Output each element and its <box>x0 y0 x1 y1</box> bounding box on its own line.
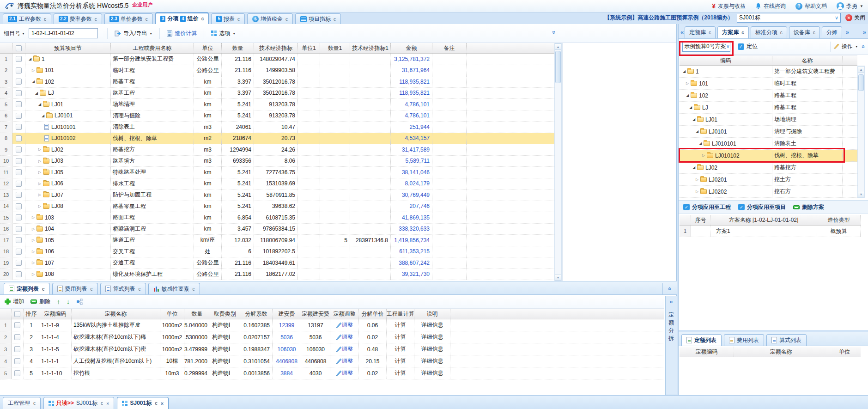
checkbox[interactable] <box>16 158 22 164</box>
expand-arrow-icon[interactable]: ▷ <box>701 153 706 158</box>
close-icon[interactable]: ✕ <box>845 14 852 21</box>
tree-cell[interactable]: ◢LJ0101 <box>680 126 772 137</box>
scheme-select[interactable]: 示例预算0号方案 ∨ <box>682 42 730 52</box>
options-button[interactable]: 选项 ▼ <box>209 28 238 39</box>
tree-cell[interactable]: LJ010102 <box>25 133 111 144</box>
build-install-cost[interactable]: 106030 <box>273 343 301 355</box>
calc-button[interactable]: 计算 <box>387 367 414 379</box>
column-header[interactable]: 技术经济指标 <box>254 43 298 53</box>
adjust-button[interactable]: 调整 <box>330 331 359 343</box>
refresh-icon[interactable]: c <box>741 30 744 35</box>
build-install-cost[interactable]: 4406808 <box>273 355 301 367</box>
expand-arrow-icon[interactable]: ▷ <box>30 227 36 231</box>
expand-left-icon[interactable]: « <box>669 299 673 305</box>
column-header[interactable]: 金额 <box>391 43 432 53</box>
apply-to-item-checkbox[interactable]: ✓ 分项应用至项目 <box>738 203 786 211</box>
expand-arrow-icon[interactable]: ▷ <box>30 68 36 73</box>
table-row[interactable]: ◢LJ02路基挖方 <box>680 162 857 174</box>
column-header[interactable]: 编码 <box>680 56 772 65</box>
refresh-icon[interactable]: c <box>237 17 240 22</box>
checkbox[interactable] <box>16 147 22 153</box>
tree-cell[interactable]: ▷105 <box>25 235 111 246</box>
scroll-down-icon[interactable]: ▼ <box>858 191 864 197</box>
checkbox[interactable] <box>16 79 22 85</box>
checkbox[interactable] <box>16 124 22 130</box>
column-header[interactable]: 单位1 <box>298 43 320 53</box>
tree-cell[interactable]: ▷LJ05 <box>25 167 111 178</box>
tree-cell[interactable]: ▷101 <box>25 65 111 76</box>
checkbox[interactable] <box>16 181 22 187</box>
tree-cell[interactable]: ▷103 <box>25 212 111 223</box>
adjust-button[interactable]: 调整 <box>330 319 359 331</box>
tree-cell[interactable]: ▷LJ03 <box>25 156 111 167</box>
refresh-icon[interactable]: c <box>193 287 195 292</box>
tree-cell[interactable]: ◢LJ02 <box>680 162 772 173</box>
checkbox[interactable] <box>16 113 22 119</box>
tree-cell[interactable]: ▷LJ06 <box>25 178 111 189</box>
close-project-button[interactable]: 关闭 <box>854 14 865 22</box>
taskbar-tab-project-manage[interactable]: 工程管理 c <box>3 397 41 409</box>
tree-cell[interactable]: ▷107 <box>25 257 111 269</box>
delete-button[interactable]: 删除 <box>30 298 50 305</box>
main-tab[interactable]: 3分项4组价c <box>155 12 209 24</box>
collapse-arrow-icon[interactable]: ◢ <box>40 114 46 118</box>
collapse-arrow-icon[interactable]: ◢ <box>691 165 697 170</box>
tree-cell[interactable]: ▷LJ0201 <box>680 174 772 185</box>
refresh-icon[interactable]: c <box>101 401 103 406</box>
refresh-icon[interactable]: c <box>155 401 158 406</box>
tree-cell[interactable]: ▷101 <box>680 78 772 89</box>
expand-arrow-icon[interactable]: ▷ <box>37 182 42 186</box>
table-row[interactable]: ◢LJ0101清理与掘除 <box>680 126 857 138</box>
table-row[interactable]: ◢102路基工程 <box>680 90 857 102</box>
table-row[interactable]: 9▷LJ02路基挖方m3129499424.2631,417,589 <box>0 144 554 156</box>
table-row[interactable]: 10▷LJ03路基填方m36933568.065,589,711 <box>0 156 554 167</box>
library-tab[interactable]: 分摊 <box>822 26 842 38</box>
collapse-up-icon[interactable]: » <box>551 31 556 34</box>
column-header[interactable]: 序号 <box>691 215 710 225</box>
detail-info-button[interactable]: 详细信息 <box>414 343 450 355</box>
move-up-button[interactable]: ↑ <box>57 299 60 305</box>
table-row[interactable]: 11▷LJ05特殊路基处理km5.2417277436.7538,141,046 <box>0 167 554 178</box>
column-header[interactable]: 技术经济指标1 <box>350 43 391 53</box>
main-tab[interactable]: 2.3单价参数c <box>104 13 153 24</box>
main-tab[interactable]: 项目指标c <box>295 13 341 24</box>
table-row[interactable]: ◢LJ01场地清理 <box>680 114 857 126</box>
build-install-cost[interactable]: 12399 <box>273 319 301 331</box>
table-row[interactable]: ◢LJ路基工程 <box>680 102 857 114</box>
adjust-button[interactable]: 调整 <box>330 367 359 379</box>
collapse-down-icon[interactable]: » <box>860 45 865 48</box>
table-row[interactable]: ◢1第一部分建筑安装工程费 <box>680 66 857 78</box>
checkbox[interactable] <box>16 249 22 255</box>
column-header[interactable]: 工程或费用名称 <box>111 43 194 53</box>
tree-cell[interactable]: ▷LJ0202 <box>680 186 772 197</box>
collapse-arrow-icon[interactable]: ◢ <box>30 79 36 84</box>
tree-cell[interactable]: LJ010101 <box>25 122 111 133</box>
checkbox[interactable] <box>14 370 20 376</box>
table-row[interactable]: 17▷105隧道工程km/座12.032118006709.9452839713… <box>0 235 554 246</box>
collapse-arrow-icon[interactable]: ◢ <box>34 91 39 95</box>
tree-cell[interactable]: ▷LJ02 <box>25 144 111 155</box>
detail-tab[interactable]: 费用列表c <box>52 283 98 294</box>
table-row[interactable]: 20▷108绿化及环境保护工程公路公里21.1161862177.0239,32… <box>0 269 554 281</box>
column-header[interactable]: 建安费 <box>273 309 301 319</box>
checkbox[interactable] <box>16 271 22 277</box>
panel-collapse-right-icon[interactable]: » <box>863 30 866 35</box>
refresh-icon[interactable]: c <box>95 17 97 22</box>
tree-cell[interactable]: ▷106 <box>25 246 111 257</box>
build-install-cost[interactable]: 5036 <box>273 331 301 343</box>
column-header[interactable]: 数量 <box>222 43 254 53</box>
close-icon[interactable]: × <box>161 401 164 406</box>
tree-cell[interactable]: ▷104 <box>25 224 111 235</box>
library-sub-tab[interactable]: 费用列表 <box>724 334 764 346</box>
invoice-link[interactable]: ¥ 发票与收益 <box>712 2 746 10</box>
library-sub-tab[interactable]: 定额列表 <box>681 334 722 346</box>
main-tab[interactable]: 2.2费率参数c <box>54 13 102 24</box>
collapse-arrow-icon[interactable]: ◢ <box>688 105 693 110</box>
library-tab[interactable]: 定额库c <box>685 26 716 38</box>
refresh-icon[interactable]: c <box>201 16 204 21</box>
collapse-arrow-icon[interactable]: ◢ <box>698 141 703 146</box>
column-header[interactable]: 定额调整 <box>330 309 359 319</box>
column-header[interactable]: 名称 <box>772 56 843 65</box>
table-row[interactable]: 111-1-1-9135kW以内推土机推除草皮1000m235.040000构造… <box>0 319 664 331</box>
column-header[interactable]: 分解单价 <box>359 309 387 319</box>
